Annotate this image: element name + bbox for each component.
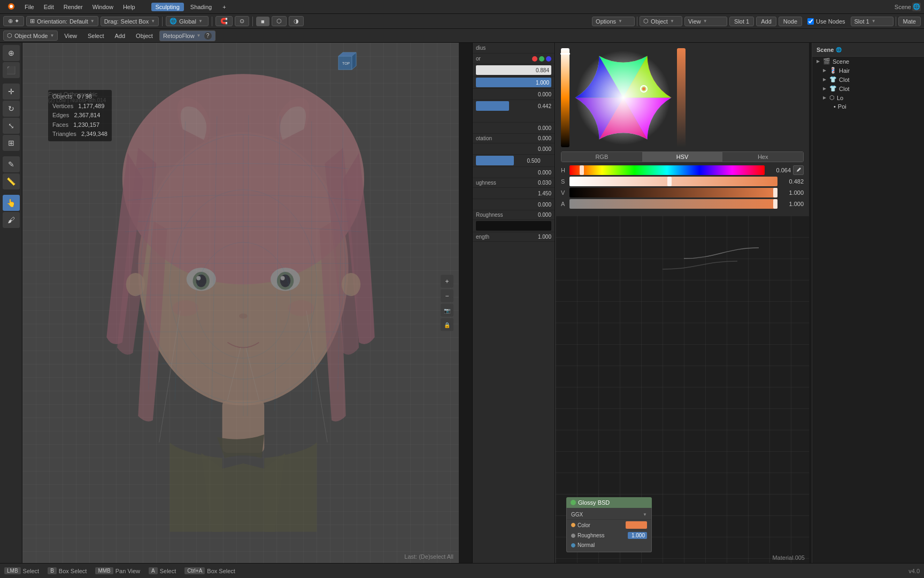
scene-icon[interactable]: 🌐 xyxy=(912,3,921,11)
window-menu[interactable]: Window xyxy=(88,3,118,11)
mode-label: ✦ xyxy=(14,18,19,25)
outliner-item-clot1[interactable]: ▶ 👕 Clot xyxy=(819,75,924,84)
outliner-item-scene[interactable]: ▶ 🎬 Scene xyxy=(812,57,924,66)
color-bar-white[interactable]: 0.884 xyxy=(476,65,551,75)
mesh-display-btn[interactable]: ■ xyxy=(256,17,270,26)
outliner-icon: 🌐 xyxy=(836,47,842,52)
mode-switcher[interactable]: ⊕ ✦ xyxy=(3,16,24,26)
retopo-help[interactable]: ? xyxy=(204,32,212,40)
black-bar[interactable] xyxy=(476,221,551,231)
orientation-value: Default xyxy=(70,18,88,25)
object-mode-dropdown[interactable]: ⬡ Object Mode ▼ xyxy=(3,31,58,41)
h-slider[interactable] xyxy=(569,165,765,175)
edit-menu[interactable]: Edit xyxy=(40,3,58,11)
view-menu[interactable]: View xyxy=(60,32,81,40)
sep3 xyxy=(252,17,253,26)
select-menu[interactable]: Select xyxy=(83,32,109,40)
s-slider[interactable] xyxy=(569,177,777,186)
move-tool[interactable]: ✛ xyxy=(3,83,20,100)
measure-tool[interactable]: 📏 xyxy=(3,173,20,189)
value-bar-1[interactable]: 1.000 xyxy=(476,78,551,87)
value-bar-3[interactable]: 0.500 xyxy=(476,156,514,165)
object-menu[interactable]: Object xyxy=(132,32,157,40)
clot2-icon: 👕 xyxy=(829,85,837,92)
help-menu[interactable]: Help xyxy=(119,3,140,11)
normal-socket-label: Normal xyxy=(578,542,645,548)
retopo-dropdown[interactable]: RetopoFlow ▼ ? xyxy=(159,31,215,41)
transform-tool[interactable]: ⊞ xyxy=(3,135,20,151)
outliner-item-hair[interactable]: ▶ 💈 Hair xyxy=(819,66,924,75)
scale-tool[interactable]: ⤡ xyxy=(3,118,20,134)
use-nodes-toggle[interactable]: Use Nodes xyxy=(804,18,848,25)
use-nodes-checkbox[interactable] xyxy=(807,18,814,25)
proportional-btn[interactable]: ⊙ xyxy=(235,16,249,26)
outliner-item-poi[interactable]: • Poi xyxy=(829,102,924,111)
tab-hex[interactable]: Hex xyxy=(722,152,803,162)
node-body: GGX ▼ Color Roughness 1.000 xyxy=(566,508,652,552)
mate-btn[interactable]: Mate xyxy=(898,17,921,26)
tab-rgb[interactable]: RGB xyxy=(561,152,642,162)
transform-dropdown[interactable]: 🌐 Global ▼ xyxy=(166,16,209,26)
view-arrow: ▼ xyxy=(703,19,707,24)
ggx-arrow[interactable]: ▼ xyxy=(643,512,647,517)
workspace-add[interactable]: + xyxy=(218,3,230,11)
node-canvas[interactable]: Glossy BSD GGX ▼ Color xyxy=(556,216,809,563)
workspace-sculpting-tab[interactable]: Sculpting xyxy=(151,3,184,11)
view-dropdown[interactable]: View ▼ xyxy=(684,17,727,26)
clot2-item-label: Clot xyxy=(839,86,850,92)
viewport-shading-btn[interactable]: ◑ xyxy=(289,16,304,26)
node-btn[interactable]: Node xyxy=(779,17,802,26)
roughness-socket xyxy=(571,534,575,538)
select-btn[interactable]: Slot 1 xyxy=(729,17,754,26)
snap-btn[interactable]: 🧲 xyxy=(215,16,233,26)
nav-cube[interactable]: TOP xyxy=(336,48,363,75)
outliner-item-clot2[interactable]: ▶ 👕 Clot xyxy=(819,84,924,93)
add-menu[interactable]: Add xyxy=(111,32,130,40)
annotate-tool[interactable]: ✎ xyxy=(3,156,20,172)
cursor-tool[interactable]: ⊕ xyxy=(3,45,20,61)
options-dropdown[interactable]: Options ▼ xyxy=(592,17,635,26)
lock-btn[interactable]: 🔒 xyxy=(441,318,453,331)
sep5 xyxy=(896,17,896,26)
overlay-btn[interactable]: ⬡ xyxy=(272,16,287,26)
zoom-in-btn[interactable]: + xyxy=(441,275,453,288)
camera-btn[interactable]: 📷 xyxy=(441,304,453,317)
scene-label: Scene xyxy=(895,4,911,10)
hair-icon: 💈 xyxy=(829,67,837,74)
normal-socket xyxy=(571,543,575,547)
workspace-shading-tab[interactable]: Shading xyxy=(186,3,216,11)
v-handle xyxy=(773,188,777,197)
roughness-val[interactable]: 1.000 xyxy=(628,532,647,539)
drag-dropdown[interactable]: Drag: Select Box ▼ xyxy=(101,17,159,26)
box-select-status-label: Box Select xyxy=(59,568,87,574)
ggx-row: GGX ▼ xyxy=(567,510,651,520)
status-select-item: LMB Select xyxy=(4,567,39,574)
top-menu-bar: File Edit Render Window Help Sculpting S… xyxy=(0,0,924,14)
blender-menu[interactable] xyxy=(3,2,19,12)
brush-tool[interactable]: 🖌 xyxy=(3,212,20,228)
object-dropdown[interactable]: ⬡ Object ▼ xyxy=(640,16,682,26)
brightness-handle xyxy=(560,53,570,55)
brightness-slider[interactable] xyxy=(561,48,569,147)
slot-dropdown[interactable]: Slot 1 ▼ xyxy=(851,17,894,26)
h-eyedropper[interactable] xyxy=(793,165,804,175)
file-menu[interactable]: File xyxy=(20,3,38,11)
grab-tool[interactable]: 👆 xyxy=(3,195,20,211)
add-btn[interactable]: Add xyxy=(756,17,776,26)
outliner-item-lo[interactable]: ▶ ⬡ Lo xyxy=(819,93,924,102)
orientation-dropdown[interactable]: ⊞ Orientation: Default ▼ xyxy=(26,16,98,26)
outliner-header: Scene 🌐 xyxy=(812,43,924,57)
render-menu[interactable]: Render xyxy=(59,3,87,11)
v-slider[interactable] xyxy=(569,188,777,197)
alpha-slider[interactable] xyxy=(677,48,686,147)
outliner-panel: Scene 🌐 ▶ 🎬 Scene ▶ 💈 Hair ▶ 👕 Clot ▶ 👕 … xyxy=(812,43,924,563)
zoom-out-btn[interactable]: − xyxy=(441,290,453,302)
color-wheel-container[interactable] xyxy=(574,48,673,147)
select-tool[interactable]: ⬛ xyxy=(3,62,20,78)
header-row: ⬡ Object Mode ▼ View Select Add Object R… xyxy=(0,29,924,43)
tab-hsv[interactable]: HSV xyxy=(642,152,723,162)
rotate-tool[interactable]: ↻ xyxy=(3,101,20,117)
a-slider[interactable] xyxy=(569,199,777,209)
color-swatch[interactable] xyxy=(626,521,647,529)
scene-item-label: Scene xyxy=(833,58,849,65)
